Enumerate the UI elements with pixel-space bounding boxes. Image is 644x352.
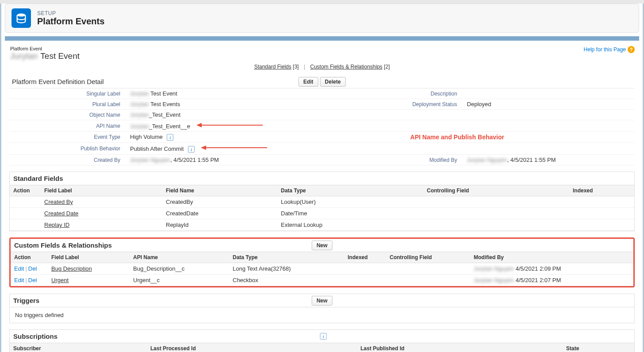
triggers-heading: Triggers <box>13 297 39 304</box>
anchor-custom-fields[interactable]: Custom Fields & Relationships <box>310 64 382 70</box>
custom-fields-section: Custom Fields & Relationships New Action… <box>9 237 635 287</box>
event-type-value: High Volume i <box>126 132 384 143</box>
info-icon[interactable]: i <box>320 333 327 340</box>
custom-fields-table: Action Field Label API Name Data Type In… <box>11 252 633 286</box>
del-link[interactable]: Del <box>28 265 37 272</box>
setup-badge: SETUP <box>37 10 104 16</box>
object-name-value: Jurytan_Test_Event <box>126 110 384 120</box>
field-label-link[interactable]: Replay ID <box>44 222 69 228</box>
standard-fields-heading: Standard Fields <box>13 175 63 182</box>
anchor-links: Standard Fields [3] | Custom Fields & Re… <box>9 62 635 76</box>
publish-behavior-value: Publish After Commit i <box>126 143 384 155</box>
decor-bar <box>5 36 639 41</box>
edit-button[interactable]: Edit <box>299 77 318 87</box>
anchor-standard-fields[interactable]: Standard Fields <box>254 64 291 70</box>
annotation-arrow-2 <box>201 145 267 151</box>
table-row: Created Date CreatedDate Date/Time <box>10 208 634 219</box>
svg-point-0 <box>17 14 26 17</box>
created-by-value: Jurytan Nguyen, 4/5/2021 1:55 PM <box>126 155 384 165</box>
standard-fields-section: Standard Fields Action Field Label Field… <box>9 172 635 231</box>
modified-by-value: Jurytan Nguyen, 4/5/2021 1:55 PM <box>464 155 635 165</box>
annotation-text: API Name and Publish Behavior <box>410 134 504 141</box>
table-row: Replay ID ReplayId External Lookup <box>10 219 634 231</box>
page-title: Platform Events <box>37 16 104 27</box>
field-label-link[interactable]: Urgent <box>51 277 69 283</box>
table-row: Created By CreatedBy Lookup(User) <box>10 196 634 208</box>
plural-label-value: Jurytan Test Events <box>126 99 384 110</box>
field-label-link[interactable]: Created By <box>44 199 73 205</box>
info-icon[interactable]: i <box>188 146 195 153</box>
delete-button[interactable]: Delete <box>320 77 345 87</box>
deployment-status-value: Deployed <box>464 99 635 110</box>
description-value <box>464 88 635 99</box>
edit-link[interactable]: Edit <box>14 265 24 272</box>
subscriptions-section: Subscriptions i Subscriber Last Processe… <box>9 329 635 352</box>
page-header: SETUP Platform Events <box>5 4 639 33</box>
new-trigger-button[interactable]: New <box>312 296 333 306</box>
record-name: Jurytan Test Event <box>10 51 80 61</box>
del-link[interactable]: Del <box>28 277 37 283</box>
info-icon[interactable]: i <box>167 134 173 141</box>
table-row: Edit|Del Urgent Urgent__c Checkbox Juryt… <box>11 275 633 286</box>
standard-fields-table: Action Field Label Field Name Data Type … <box>10 185 634 231</box>
svg-marker-2 <box>196 123 202 127</box>
api-name-value: Jurytan_Test_Event__e <box>126 120 384 132</box>
triggers-section: Triggers New No triggers defined <box>9 294 635 323</box>
header-text: SETUP Platform Events <box>37 10 104 27</box>
detail-heading: Platform Event Definition Detail <box>12 78 104 85</box>
platform-events-icon <box>12 8 31 28</box>
help-icon: ? <box>628 46 635 53</box>
subscriptions-heading: Subscriptions <box>13 333 58 340</box>
detail-table: Singular Label Jurytan Test Event Descri… <box>9 88 635 165</box>
help-link[interactable]: Help for this Page ? <box>584 46 635 53</box>
field-label-link[interactable]: Created Date <box>44 210 78 217</box>
table-row: Edit|Del Bug Description Bug_Description… <box>11 263 633 275</box>
custom-fields-heading: Custom Fields & Relationships <box>14 241 112 249</box>
subscriptions-table: Subscriber Last Processed Id Last Publis… <box>10 343 634 352</box>
triggers-empty: No triggers defined <box>10 307 634 323</box>
annotation-arrow-1 <box>196 122 263 128</box>
singular-label-value: Jurytan Test Event <box>126 88 384 99</box>
svg-marker-4 <box>201 145 206 150</box>
new-custom-field-button[interactable]: New <box>312 241 333 250</box>
record-type: Platform Event <box>10 46 80 51</box>
field-label-link[interactable]: Bug Description <box>51 265 92 272</box>
edit-link[interactable]: Edit <box>14 277 24 283</box>
